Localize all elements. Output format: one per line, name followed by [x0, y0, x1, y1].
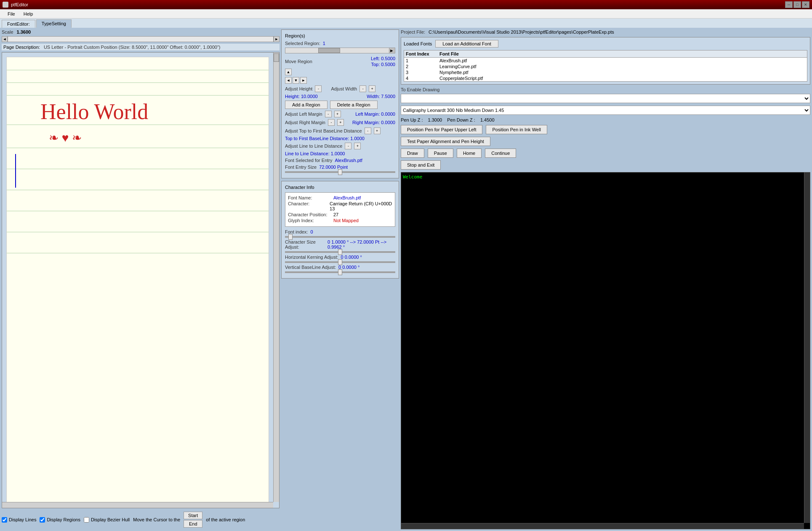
scroll-left-btn[interactable]: ◄: [2, 36, 8, 42]
continue-button[interactable]: Continue: [485, 149, 516, 158]
adjust-width-label: Adjust Width: [331, 86, 357, 91]
right-margin-plus[interactable]: +: [337, 119, 344, 126]
position-pen-ink-button[interactable]: Position Pen in Ink Well: [486, 125, 547, 134]
delete-region-btn[interactable]: Delete a Region: [330, 101, 378, 109]
scroll-right-arrow[interactable]: ►: [389, 48, 395, 53]
test-paper-alignment-button[interactable]: Test Paper Alignment and Pen Height: [401, 137, 490, 146]
project-file-path: C:\Users\paul\Documents\Visual Studio 20…: [429, 29, 614, 35]
glyph-index-value: Not Mapped: [333, 218, 359, 223]
font-row-4[interactable]: 4 CopperplateScript.ptf: [404, 75, 807, 81]
maximize-button[interactable]: □: [793, 1, 801, 8]
font-file-header: Font File: [439, 51, 805, 56]
display-bezier-check[interactable]: [84, 517, 89, 523]
horiz-kern-slider[interactable]: [285, 261, 395, 263]
scroll-right-btn[interactable]: ►: [274, 36, 280, 42]
move-region-row: Move Region Left: 0.5000 Top: 0.5000: [285, 56, 395, 67]
left-margin-plus[interactable]: +: [334, 111, 341, 117]
display-regions-label: Display Regions: [47, 517, 80, 522]
char-info-title: Character Info: [285, 185, 395, 190]
button-row-1: Position Pen for Paper Upper Left Positi…: [401, 125, 810, 134]
font-entry-size-label: Font Entry Size: [285, 165, 317, 170]
h-line-7: [7, 190, 269, 190]
left-margin-minus[interactable]: -: [325, 111, 332, 117]
add-region-btn[interactable]: Add a Region: [285, 101, 327, 109]
tab-fonteditor[interactable]: FontEditor:: [2, 20, 35, 28]
top-first-plus[interactable]: +: [374, 127, 381, 134]
fonts-box: Loaded Fonts Load an Additional Font Fon…: [401, 37, 810, 85]
calligraphy-dropdown[interactable]: Calligraphy Leonardt 300 Nib Medium Down…: [401, 106, 810, 115]
app-icon: [3, 2, 8, 8]
terminal-vscroll[interactable]: [804, 173, 810, 523]
display-lines-group: Display Lines: [2, 517, 36, 523]
font-row-1-file: AlexBrush.ptf: [439, 58, 805, 63]
button-row-2: Test Paper Alignment and Pen Height: [401, 137, 810, 146]
font-selected-row: Font Selected for Entry AlexBrush.ptf: [285, 158, 395, 163]
vert-base-thumb[interactable]: [338, 269, 342, 275]
font-size-slider[interactable]: [285, 171, 395, 173]
vert-base-slider[interactable]: [285, 271, 395, 273]
home-button[interactable]: Home: [457, 149, 482, 158]
menu-help[interactable]: Help: [19, 11, 37, 17]
canvas-vscroll[interactable]: [273, 53, 279, 502]
load-additional-font-button[interactable]: Load an Additional Font: [435, 40, 498, 48]
tab-typesetting[interactable]: TypeSetting: [36, 19, 72, 28]
fonts-table: Font Index Font File 1 AlexBrush.ptf 2 L…: [404, 50, 807, 82]
top-first-minus[interactable]: -: [365, 127, 371, 134]
position-pen-paper-upper-button[interactable]: Position Pen for Paper Upper Left: [401, 125, 482, 134]
move-region-lr: ◄ ▼ ►: [285, 77, 395, 84]
slider-thumb[interactable]: [338, 169, 342, 175]
font-name-row: Font Name: AlexBrush.ptf: [288, 195, 392, 200]
horiz-kern-thumb[interactable]: [338, 259, 342, 265]
cursor-line: [15, 154, 16, 188]
width-plus-btn[interactable]: +: [369, 85, 375, 92]
canvas-hscroll[interactable]: [2, 502, 273, 508]
font-index-row: Font index: 0: [285, 229, 395, 234]
start-button[interactable]: Start: [184, 512, 202, 519]
adjust-hw-row: Adjust Height - Adjust Width - +: [285, 85, 395, 92]
scroll-track-h[interactable]: [8, 36, 274, 42]
char-size-label: Character Size Adjust:: [285, 239, 325, 250]
line-line-value: Line to Line Distance: 1.0000: [285, 151, 345, 156]
char-size-slider[interactable]: [285, 251, 395, 253]
font-row-4-file: CopperplateScript.ptf: [439, 76, 805, 81]
menu-file[interactable]: File: [3, 11, 19, 17]
minimize-button[interactable]: ─: [785, 1, 793, 8]
move-right-btn[interactable]: ►: [300, 77, 307, 84]
region-scrollbar[interactable]: ►: [285, 48, 395, 53]
font-index-thumb[interactable]: [288, 234, 293, 240]
height-minus-btn[interactable]: -: [315, 85, 322, 92]
move-left-btn[interactable]: ◄: [285, 77, 292, 84]
end-button[interactable]: End: [184, 520, 202, 528]
stop-exit-button[interactable]: Stop and Exit: [401, 160, 441, 170]
move-up-btn[interactable]: ▲: [285, 69, 292, 75]
display-bezier-label: Display Bezier Hull: [91, 517, 130, 522]
move-center-btn[interactable]: ▼: [293, 77, 299, 84]
font-row-3[interactable]: 3 Nymphette.ptf: [404, 69, 807, 75]
drawing-dropdown[interactable]: [401, 94, 810, 103]
font-row-2[interactable]: 2 LearningCurve.ptf: [404, 64, 807, 69]
draw-button[interactable]: Draw: [401, 149, 424, 158]
char-info-content: Font Name: AlexBrush.ptf Character: Carr…: [285, 192, 395, 227]
vscroll-thumb[interactable]: [274, 53, 279, 62]
top-first-row: Adjust Top to First BaseLine Distance - …: [285, 127, 395, 134]
font-row-4-index: 4: [406, 76, 439, 81]
font-row-2-index: 2: [406, 64, 439, 69]
line-line-row: Adjust Line to Line Distance - +: [285, 143, 395, 149]
right-margin-minus[interactable]: -: [328, 119, 335, 126]
char-size-thumb[interactable]: [338, 249, 342, 255]
pause-button[interactable]: Pause: [428, 149, 453, 158]
scale-value: 1.3600: [17, 29, 31, 35]
font-row-1[interactable]: 1 AlexBrush.ptf: [404, 58, 807, 64]
line-line-minus[interactable]: -: [345, 143, 351, 149]
close-button[interactable]: ✕: [802, 1, 809, 8]
display-regions-check[interactable]: [40, 517, 45, 523]
horiz-kern-label: Horizontal Kerning Adjust:: [285, 255, 338, 260]
line-line-plus[interactable]: +: [354, 143, 361, 149]
display-lines-check[interactable]: [2, 517, 7, 523]
right-margin-value: Right Margin: 0.0000: [352, 120, 395, 125]
move-region-arrows: ▲: [285, 69, 395, 75]
font-index-slider[interactable]: [285, 236, 395, 238]
font-index-header: Font Index: [406, 51, 439, 56]
width-minus-btn[interactable]: -: [359, 85, 366, 92]
terminal-hscroll[interactable]: [401, 523, 804, 529]
